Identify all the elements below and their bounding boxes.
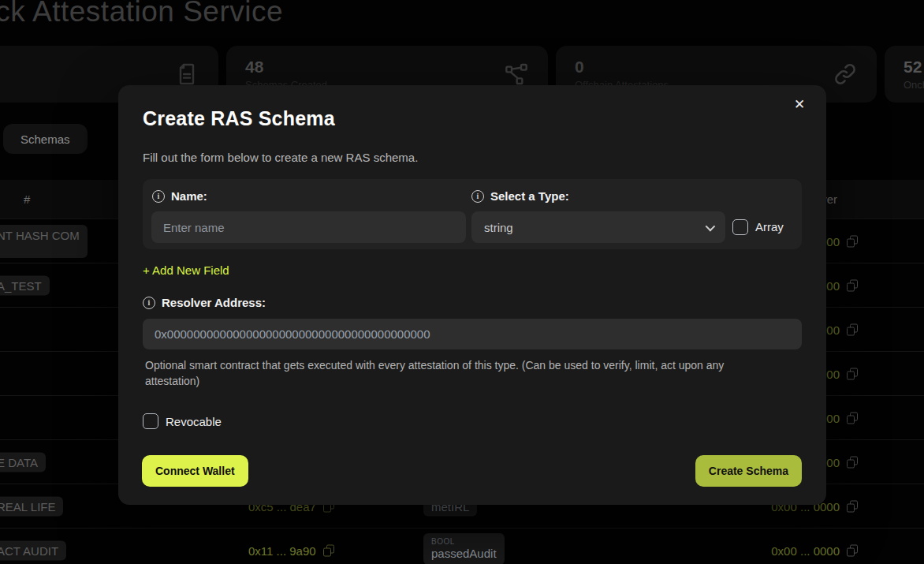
name-label: Name: bbox=[171, 189, 207, 203]
file-text-icon bbox=[174, 62, 199, 87]
resolver-address-cell[interactable]: 0x00 ... 0000 bbox=[771, 543, 858, 557]
copy-icon[interactable] bbox=[847, 323, 858, 335]
stat-value: 48 bbox=[245, 58, 327, 77]
type-label-row: Select a Type: bbox=[471, 189, 569, 203]
resolver-help-text: Optional smart contract that gets execut… bbox=[145, 357, 776, 389]
stat-value: 52 bbox=[904, 58, 924, 77]
copy-icon[interactable] bbox=[847, 500, 858, 512]
page-title: Rock Attestation Service bbox=[0, 0, 283, 28]
schema-field-row: Name: Select a Type: string Array bbox=[143, 179, 802, 249]
copy-icon[interactable] bbox=[847, 544, 858, 556]
tab-schemas[interactable]: Schemas bbox=[3, 124, 88, 154]
schema-name-badge: REAL LIFE bbox=[0, 496, 63, 516]
copy-icon[interactable] bbox=[323, 544, 334, 556]
copy-icon[interactable] bbox=[847, 279, 858, 291]
column-header-index: # bbox=[24, 180, 30, 219]
field-name-label: passedAudit bbox=[431, 547, 497, 560]
array-label: Array bbox=[755, 220, 784, 233]
revocable-checkbox[interactable] bbox=[143, 413, 158, 429]
chevron-down-icon bbox=[706, 221, 716, 231]
stat-card-onchain: 52 Onchain Attestations bbox=[885, 46, 924, 103]
modal-title: Create RAS Schema bbox=[143, 107, 335, 130]
schema-uid: 0x11 ... 9a90 bbox=[248, 543, 316, 557]
schema-field-badge: BOOL passedAudit bbox=[423, 533, 505, 564]
table-row: ACT AUDIT 0x11 ... 9a90 BOOL passedAudit… bbox=[0, 528, 924, 564]
type-label: Select a Type: bbox=[490, 189, 569, 203]
copy-icon[interactable] bbox=[847, 368, 858, 379]
name-input[interactable] bbox=[151, 211, 466, 243]
type-select-value: string bbox=[484, 221, 513, 234]
copy-icon[interactable] bbox=[847, 235, 858, 247]
schema-name-badge: NT HASH COM bbox=[0, 225, 88, 258]
create-schema-button[interactable]: Create Schema bbox=[695, 455, 802, 487]
type-select[interactable]: string bbox=[471, 211, 725, 243]
schema-uid-link[interactable]: 0x11 ... 9a90 bbox=[248, 543, 334, 557]
schema-name-badge: ACT AUDIT bbox=[0, 540, 66, 560]
resolver-address-input[interactable] bbox=[143, 319, 802, 349]
stat-label: Onchain Attestations bbox=[904, 79, 924, 91]
info-icon bbox=[152, 190, 165, 203]
schema-name-badge: E DATA bbox=[0, 452, 46, 472]
create-schema-modal: ✕ Create RAS Schema Fill out the form be… bbox=[118, 85, 826, 505]
link-icon bbox=[833, 62, 858, 87]
schema-name-badge: A_TEST bbox=[0, 275, 50, 295]
info-icon bbox=[143, 297, 155, 309]
copy-icon[interactable] bbox=[847, 412, 858, 424]
stat-value: 0 bbox=[575, 58, 669, 77]
revocable-label: Revocable bbox=[166, 415, 222, 428]
close-icon[interactable]: ✕ bbox=[790, 95, 809, 114]
share-network-icon bbox=[504, 62, 529, 87]
array-checkbox[interactable] bbox=[732, 219, 748, 235]
add-new-field-link[interactable]: + Add New Field bbox=[143, 263, 229, 277]
modal-subtitle: Fill out the form below to create a new … bbox=[143, 151, 418, 164]
copy-icon[interactable] bbox=[847, 456, 858, 468]
connect-wallet-button[interactable]: Connect Wallet bbox=[142, 455, 248, 487]
field-type-label: BOOL bbox=[431, 537, 497, 546]
name-label-row: Name: bbox=[152, 189, 207, 203]
app-window: Rock Attestation Service 48 Schemas Crea… bbox=[0, 0, 924, 564]
info-icon bbox=[471, 190, 484, 203]
resolver-address: 0x00 ... 0000 bbox=[771, 543, 840, 557]
revocable-row: Revocable bbox=[143, 413, 222, 429]
resolver-label-row: Resolver Address: bbox=[143, 296, 266, 309]
resolver-label: Resolver Address: bbox=[162, 296, 266, 309]
